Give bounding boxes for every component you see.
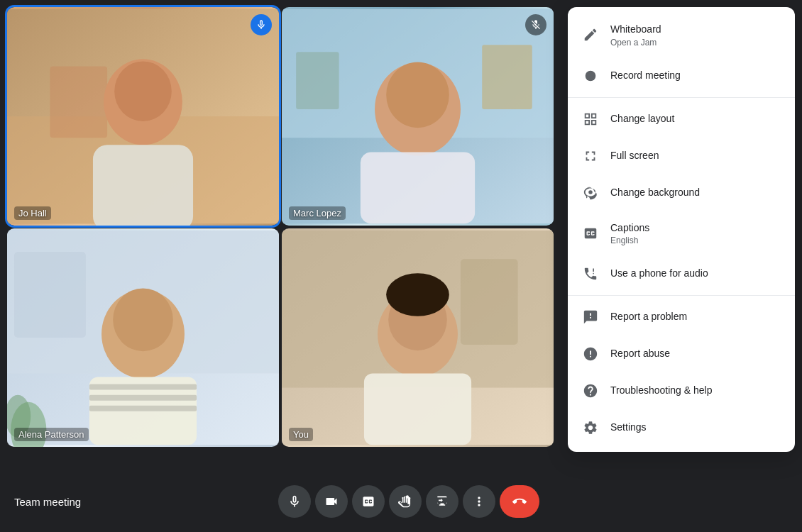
menu-sublabel-captions: English (610, 235, 649, 245)
menu-item-whiteboard[interactable]: Whiteboard Open a Jam (568, 13, 795, 57)
svg-rect-14 (361, 152, 475, 223)
participant-name-jo: Jo Hall (14, 206, 51, 220)
record-icon (582, 67, 599, 84)
more-options-button[interactable] (463, 485, 495, 518)
participant-name-you: You (289, 428, 313, 441)
menu-label-fullscreen: Full screen (610, 149, 659, 163)
menu-label-phone-audio: Use a phone for audio (610, 267, 708, 281)
meeting-title: Team meeting (14, 496, 81, 508)
menu-label-captions: Captions (610, 221, 649, 235)
video-tile-jo: Jo Hall (7, 7, 279, 226)
svg-point-33 (586, 70, 596, 81)
svg-rect-24 (89, 395, 197, 401)
whiteboard-icon (582, 26, 599, 43)
svg-point-13 (386, 62, 449, 128)
menu-item-fullscreen[interactable]: Full screen (568, 138, 795, 174)
meeting-toolbar: Team meeting (0, 485, 554, 518)
end-call-button[interactable] (500, 485, 539, 518)
report-abuse-icon (582, 345, 599, 362)
participant-name-marc: Marc Lopez (289, 206, 346, 220)
camera-button[interactable] (315, 485, 348, 518)
menu-label-settings: Settings (610, 421, 647, 435)
captions-button[interactable] (352, 485, 385, 518)
menu-sublabel-whiteboard: Open a Jam (610, 38, 661, 48)
menu-label-record: Record meeting (610, 69, 681, 83)
svg-rect-17 (14, 252, 86, 338)
menu-label-layout: Change layout (610, 112, 674, 126)
present-button[interactable] (426, 485, 458, 518)
svg-rect-28 (461, 259, 518, 345)
muted-indicator-marc (525, 14, 546, 35)
video-tile-you: You (282, 228, 554, 447)
participant-name-alena: Alena Patterson (14, 428, 89, 441)
menu-item-phone-audio[interactable]: Use a phone for audio (568, 255, 795, 292)
settings-icon (582, 419, 599, 436)
svg-rect-3 (50, 66, 107, 138)
menu-divider-2 (568, 295, 795, 296)
svg-point-21 (113, 288, 173, 351)
video-tile-marc: Marc Lopez (282, 7, 554, 226)
menu-divider-1 (568, 97, 795, 98)
help-icon (582, 382, 599, 399)
menu-item-report-problem[interactable]: Report a problem (568, 299, 795, 336)
svg-point-34 (588, 190, 593, 194)
menu-item-troubleshoot[interactable]: Troubleshooting & help (568, 372, 795, 409)
video-grid: Jo Hall Marc Lopez (7, 7, 554, 447)
video-tile-alena: Alena Patterson (7, 228, 279, 447)
menu-label-troubleshoot: Troubleshooting & help (610, 384, 712, 398)
menu-item-settings[interactable]: Settings (568, 409, 795, 446)
svg-rect-11 (482, 45, 532, 109)
report-problem-icon (582, 309, 599, 326)
svg-rect-31 (364, 373, 471, 445)
svg-point-5 (114, 61, 172, 121)
svg-rect-10 (296, 52, 339, 109)
menu-item-captions[interactable]: Captions English (568, 211, 795, 256)
svg-rect-6 (93, 145, 193, 226)
phone-audio-icon (582, 265, 599, 282)
context-menu: Whiteboard Open a Jam Record meeting Cha… (568, 7, 795, 452)
menu-label-report-problem: Report a problem (610, 310, 687, 324)
menu-label-background: Change background (610, 186, 700, 200)
menu-item-report-abuse[interactable]: Report abuse (568, 336, 795, 372)
svg-point-32 (386, 273, 449, 316)
microphone-button[interactable] (278, 485, 311, 518)
menu-label-report-abuse: Report abuse (610, 347, 670, 361)
mic-active-indicator (251, 14, 272, 35)
background-icon (582, 184, 599, 201)
fullscreen-icon (582, 148, 599, 165)
menu-item-layout[interactable]: Change layout (568, 101, 795, 138)
menu-label-whiteboard: Whiteboard (610, 23, 661, 37)
toolbar-controls (278, 485, 539, 518)
menu-item-record[interactable]: Record meeting (568, 57, 795, 94)
svg-rect-25 (89, 406, 197, 411)
svg-rect-23 (89, 384, 197, 390)
raise-hand-button[interactable] (389, 485, 422, 518)
layout-icon (582, 111, 599, 128)
menu-item-background[interactable]: Change background (568, 174, 795, 211)
captions-icon (582, 225, 599, 242)
